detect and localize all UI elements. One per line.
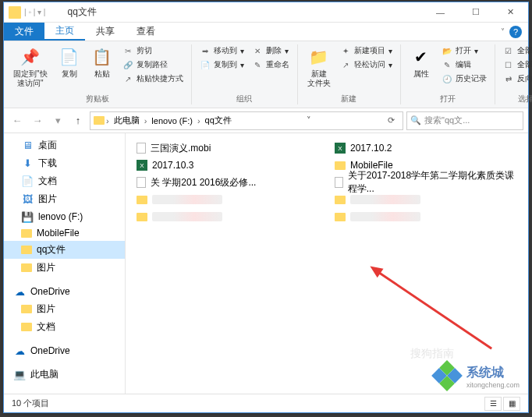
nav-desktop[interactable]: 🖥桌面 <box>4 136 125 154</box>
file-item[interactable] <box>129 191 327 208</box>
nav-pictures3[interactable]: 图片 <box>4 300 125 318</box>
file-item[interactable] <box>129 208 327 225</box>
path-icon: 🔗 <box>122 59 133 70</box>
ribbon-group-select: ☑全部选择 ☐全部取消 ⇄反向选择 选择 <box>495 44 532 104</box>
file-item[interactable]: 关于2017-2018学年第二学期化素质类课程学... <box>327 174 525 191</box>
view-toggle: ☰ ▦ <box>484 397 520 411</box>
tab-home[interactable]: 主页 <box>44 23 85 41</box>
delete-button[interactable]: ✕删除 ▾ <box>250 44 291 57</box>
cut-icon: ✂ <box>122 45 133 56</box>
back-button[interactable]: ← <box>9 112 26 129</box>
navigation-pane[interactable]: 🖥桌面 ⬇下载 📄文档 🖼图片 💾lenovo (F:) MobileFile … <box>4 133 126 394</box>
ribbon-expand-icon[interactable]: ˅ <box>501 27 505 36</box>
cut-button[interactable]: ✂剪切 <box>121 44 185 57</box>
nav-downloads[interactable]: ⬇下载 <box>4 154 125 172</box>
nav-thispc[interactable]: 💻此电脑 <box>4 366 125 383</box>
edit-button[interactable]: ✎编辑 <box>440 58 488 71</box>
group-label-open: 打开 <box>407 92 488 104</box>
ribbon-group-organize: ➡移动到 ▾ 📄复制到 ▾ ✕删除 ▾ ✎重命名 组织 <box>192 44 298 104</box>
file-name: 2017.10.2 <box>350 143 392 154</box>
folder-icon <box>9 6 21 19</box>
history-button[interactable]: 🕘历史记录 <box>440 72 488 85</box>
onedrive-icon: ☁ <box>13 285 26 298</box>
group-label-clipboard: 剪贴板 <box>10 92 185 104</box>
edit-icon: ✎ <box>442 59 452 70</box>
chevron-right-icon[interactable]: › <box>143 116 149 125</box>
copyto-button[interactable]: 📄复制到 ▾ <box>198 58 246 71</box>
forward-button[interactable]: → <box>29 112 46 129</box>
file-name <box>152 212 222 221</box>
nav-qqfiles[interactable]: qq文件 <box>4 241 125 259</box>
icons-view-button[interactable]: ▦ <box>503 397 520 411</box>
breadcrumb-folder[interactable]: qq文件 <box>202 115 235 126</box>
open-button[interactable]: 📂打开 ▾ <box>440 44 488 57</box>
chevron-right-icon[interactable]: › <box>196 116 202 125</box>
minimize-button[interactable]: — <box>423 2 458 23</box>
details-view-button[interactable]: ☰ <box>484 397 502 411</box>
drive-icon: 💾 <box>21 210 34 223</box>
file-name <box>350 212 420 221</box>
folder-icon <box>21 246 32 254</box>
nav-pictures2[interactable]: 图片 <box>4 259 125 277</box>
breadcrumb[interactable]: › 此电脑 › lenovo (F:) › qq文件 ˅ ⟳ <box>90 111 403 130</box>
breadcrumb-dropdown[interactable]: ˅ <box>302 115 316 125</box>
copy-button[interactable]: 📄 复制 <box>55 44 83 92</box>
chevron-right-icon[interactable]: › <box>105 116 111 125</box>
tab-view[interactable]: 查看 <box>126 23 166 41</box>
file-item[interactable]: X2017.10.2 <box>327 140 525 157</box>
moveto-button[interactable]: ➡移动到 ▾ <box>198 44 246 57</box>
folder-icon <box>335 161 346 170</box>
file-item[interactable] <box>327 208 525 225</box>
nav-documents[interactable]: 📄文档 <box>4 172 125 190</box>
invert-icon: ⇄ <box>503 73 514 84</box>
search-input[interactable]: 🔍 搜索"qq文... <box>406 111 523 130</box>
up-button[interactable]: ↑ <box>69 112 87 129</box>
breadcrumb-thispc[interactable]: 此电脑 <box>111 115 143 126</box>
help-icon[interactable]: ? <box>509 26 522 38</box>
rename-button[interactable]: ✎重命名 <box>250 58 291 71</box>
delete-icon: ✕ <box>252 45 263 56</box>
maximize-button[interactable]: ☐ <box>458 2 493 23</box>
file-name: 关 学期201 2016级必修... <box>151 176 256 189</box>
selectnone-button[interactable]: ☐全部取消 <box>502 58 532 71</box>
move-icon: ➡ <box>200 45 211 56</box>
paste-icon: 📋 <box>91 46 113 68</box>
close-button[interactable]: ✕ <box>493 2 528 23</box>
copypath-button[interactable]: 🔗复制路径 <box>121 58 185 71</box>
tab-share[interactable]: 共享 <box>85 23 126 41</box>
selectall-icon: ☑ <box>503 45 514 56</box>
invert-button[interactable]: ⇄反向选择 <box>502 72 532 85</box>
tab-file[interactable]: 文件 <box>4 23 44 41</box>
file-list[interactable]: 三国演义.mobiX2017.10.3关 学期201 2016级必修... X2… <box>126 133 528 394</box>
pasteshortcut-button[interactable]: ↗粘贴快捷方式 <box>121 72 185 85</box>
file-name <box>350 195 420 204</box>
refresh-button[interactable]: ⟳ <box>383 115 399 125</box>
nav-documents2[interactable]: 文档 <box>4 318 125 336</box>
pin-button[interactable]: 📌 固定到"快 速访问" <box>10 44 51 92</box>
file-name <box>152 195 222 204</box>
item-count: 10 个项目 <box>12 398 49 409</box>
breadcrumb-drive[interactable]: lenovo (F:) <box>148 116 196 125</box>
nav-pictures[interactable]: 🖼图片 <box>4 190 125 208</box>
newfolder-button[interactable]: 📁 新建 文件夹 <box>304 44 334 92</box>
file-item[interactable]: 三国演义.mobi <box>129 140 327 157</box>
ribbon-group-clipboard: 📌 固定到"快 速访问" 📄 复制 📋 粘贴 ✂剪切 🔗复制路径 ↗粘贴快捷方式 <box>4 44 192 104</box>
file-name: 关于2017-2018学年第二学期化素质类课程学... <box>348 169 517 196</box>
recent-button[interactable]: ▾ <box>49 112 66 129</box>
nav-onedrive2[interactable]: ☁OneDrive <box>4 342 125 359</box>
selectall-button[interactable]: ☑全部选择 <box>502 44 532 57</box>
site-watermark: 系统城 xitongcheng.com <box>434 362 520 390</box>
nav-lenovo-drive[interactable]: 💾lenovo (F:) <box>4 208 125 225</box>
paste-button[interactable]: 📋 粘贴 <box>88 44 116 92</box>
file-item[interactable]: X2017.10.3 <box>129 157 327 174</box>
file-item[interactable]: 关 学期201 2016级必修... <box>129 174 327 191</box>
properties-button[interactable]: ✔ 属性 <box>407 44 435 92</box>
newitem-button[interactable]: ✦新建项目 ▾ <box>339 44 394 57</box>
nav-onedrive[interactable]: ☁OneDrive <box>4 283 125 300</box>
nav-mobilefile[interactable]: MobileFile <box>4 225 125 241</box>
easyaccess-button[interactable]: ↗轻松访问 ▾ <box>339 58 394 71</box>
nav-network[interactable]: 🖧网络 <box>4 390 125 394</box>
ribbon-group-open: ✔ 属性 📂打开 ▾ ✎编辑 🕘历史记录 打开 <box>401 44 495 104</box>
copy-icon: 📄 <box>59 46 80 68</box>
logo-icon <box>434 362 462 390</box>
